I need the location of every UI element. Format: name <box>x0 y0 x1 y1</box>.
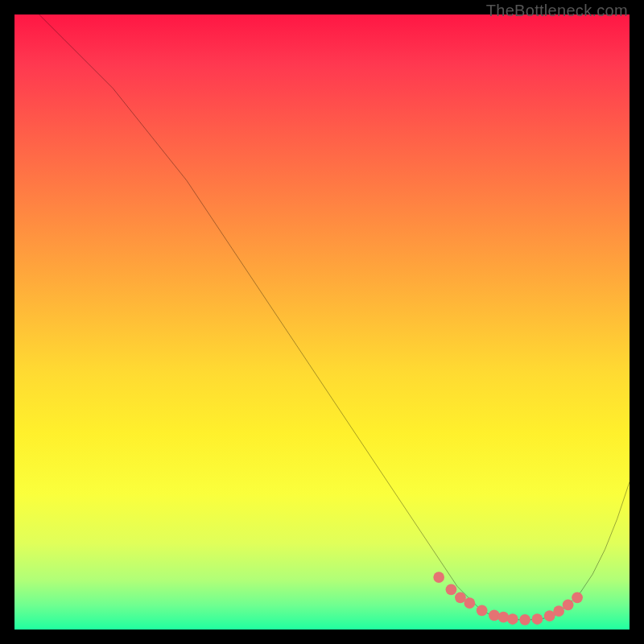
marker-group <box>433 572 583 625</box>
marker-dot <box>455 592 466 603</box>
marker-dot <box>563 600 574 611</box>
marker-dot <box>477 605 488 616</box>
bottleneck-curve <box>39 14 630 620</box>
chart-svg <box>14 14 630 630</box>
marker-dot <box>433 572 444 583</box>
marker-dot <box>464 597 475 609</box>
marker-dot <box>532 613 543 625</box>
marker-dot <box>507 613 518 625</box>
marker-dot <box>553 605 564 617</box>
marker-dot <box>489 610 500 621</box>
marker-dot <box>446 584 457 595</box>
marker-dot <box>519 614 530 625</box>
marker-dot <box>498 612 510 623</box>
marker-dot <box>572 592 583 603</box>
